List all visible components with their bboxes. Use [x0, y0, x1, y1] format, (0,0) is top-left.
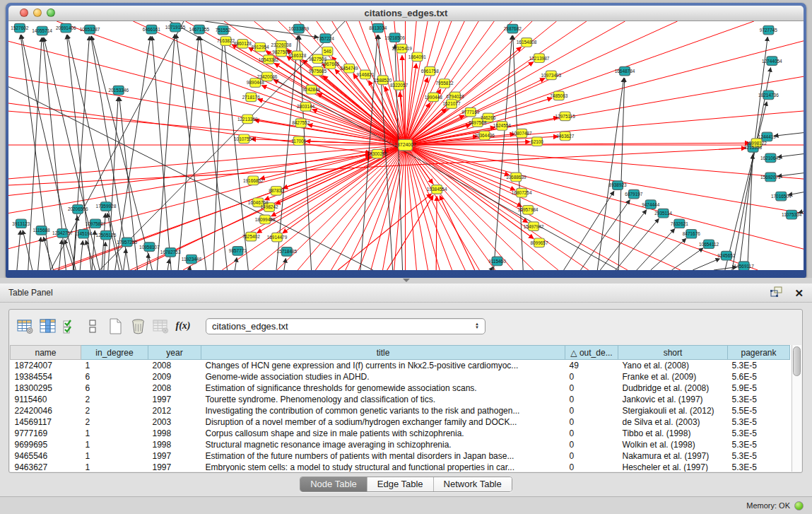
table-cell[interactable]: Wolkin et al. (1998) — [618, 439, 728, 450]
new-document-icon[interactable] — [107, 317, 124, 334]
citation-edge-black[interactable] — [59, 240, 61, 270]
divider-grip-icon[interactable] — [403, 279, 410, 282]
network-canvas[interactable]: 1527602140557142069140610653287646616110… — [8, 21, 804, 270]
table-cell[interactable]: 14569117 — [11, 416, 81, 428]
citation-edge-red[interactable] — [346, 145, 406, 270]
column-header-out_de[interactable]: △ out_de... — [565, 346, 618, 360]
table-cell[interactable]: 5.9E-5 — [728, 382, 790, 394]
table-options-icon[interactable] — [16, 317, 33, 334]
row-height-icon[interactable] — [84, 317, 101, 334]
table-cell[interactable]: 0 — [565, 428, 618, 439]
table-cell[interactable]: 5.3E-5 — [728, 394, 790, 405]
citation-edge-red[interactable] — [406, 145, 522, 206]
citation-edge-black[interactable] — [23, 230, 33, 270]
column-header-title[interactable]: title — [201, 346, 565, 360]
citation-edge-black[interactable] — [774, 133, 804, 136]
table-cell[interactable]: 0 — [565, 462, 618, 472]
maximize-window-button[interactable] — [47, 8, 55, 17]
citation-edge-black[interactable] — [777, 154, 804, 158]
table-cell[interactable]: 18724007 — [11, 360, 81, 371]
citation-edge-red[interactable] — [260, 145, 406, 179]
table-cell[interactable]: 1997 — [148, 462, 201, 472]
memory-status-indicator[interactable] — [794, 501, 804, 510]
table-cell[interactable]: 2012 — [148, 405, 201, 416]
citation-edge-black[interactable] — [176, 34, 206, 270]
table-cell[interactable]: Corpus callosum shape and size in male p… — [201, 428, 565, 439]
tab-edge-table[interactable]: Edge Table — [367, 477, 433, 491]
column-header-pagerank[interactable]: pagerank — [728, 346, 790, 360]
table-cell[interactable]: 9777169 — [11, 428, 81, 439]
table-cell[interactable]: 18300295 — [11, 382, 81, 394]
citation-edge-red[interactable] — [406, 21, 754, 145]
table-cell[interactable]: 1998 — [148, 428, 201, 439]
citation-edge-red[interactable] — [8, 145, 406, 179]
citation-edge-black[interactable] — [637, 228, 675, 270]
citation-edge-black[interactable] — [597, 78, 623, 270]
table-cell[interactable]: 5.3E-5 — [728, 416, 790, 428]
citation-edge-red[interactable] — [406, 41, 804, 145]
table-cell[interactable]: 1 — [81, 462, 148, 472]
close-panel-icon[interactable]: ✕ — [794, 288, 804, 298]
table-cell[interactable]: 0 — [565, 394, 618, 405]
table-cell[interactable]: 0 — [565, 416, 618, 428]
table-cell[interactable]: 19384554 — [11, 371, 81, 382]
citation-edge-black[interactable] — [38, 238, 41, 270]
table-cell[interactable]: 22420046 — [11, 405, 81, 416]
table-cell[interactable]: 2003 — [148, 416, 201, 428]
table-cell[interactable]: Changes of HCN gene expression and I(f) … — [201, 360, 565, 371]
table-cell[interactable]: 0 — [565, 371, 618, 382]
table-cell[interactable]: 9465546 — [11, 450, 81, 462]
citation-edge-red[interactable] — [440, 196, 474, 270]
table-cell[interactable]: 2009 — [148, 371, 201, 382]
table-cell[interactable]: Embryonic stem cells: a model to study s… — [201, 462, 565, 472]
table-cell[interactable]: 9115460 — [11, 394, 81, 405]
table-cell[interactable]: Structural magnetic resonance image aver… — [201, 439, 565, 450]
citation-edge-black[interactable] — [115, 36, 151, 270]
table-scrollbar[interactable] — [792, 345, 801, 472]
table-cell[interactable]: de Silva et al. (2003) — [618, 416, 728, 428]
tab-node-table[interactable]: Node Table — [300, 477, 367, 491]
table-cell[interactable]: Disruption of a novel member of a sodium… — [201, 416, 565, 428]
table-cell[interactable]: 5.3E-5 — [728, 462, 790, 472]
citation-edge-black[interactable] — [43, 237, 53, 270]
table-cell[interactable]: Stergiakouli et al. (2012) — [618, 405, 728, 416]
table-cell[interactable]: 1997 — [148, 450, 201, 462]
citation-edge-black[interactable] — [616, 218, 659, 270]
citation-edge-black[interactable] — [739, 37, 767, 270]
table-cell[interactable]: 5.3E-5 — [728, 360, 790, 371]
table-row[interactable]: 969969511998Structural magnetic resonanc… — [11, 439, 790, 450]
table-cell[interactable]: 0 — [565, 450, 618, 462]
table-cell[interactable]: Jankovic et al. (1997) — [618, 394, 728, 405]
table-cell[interactable]: 49 — [565, 360, 618, 371]
table-row[interactable]: 1456911722003Disruption of a novel membe… — [11, 416, 790, 428]
table-row[interactable]: 946554611997Estimation of the future num… — [11, 450, 790, 462]
citation-edge-black[interactable] — [235, 257, 237, 270]
table-cell[interactable]: 1998 — [148, 439, 201, 450]
citation-edge-black[interactable] — [200, 36, 228, 270]
citation-edge-black[interactable] — [491, 267, 493, 270]
table-cell[interactable]: 5.3E-5 — [728, 428, 790, 439]
citation-edge-black[interactable] — [581, 200, 630, 270]
close-window-button[interactable] — [20, 8, 28, 17]
table-cell[interactable]: Tourette syndrome. Phenomenology and cla… — [201, 394, 565, 405]
column-checklist-icon[interactable] — [61, 317, 78, 334]
delete-icon[interactable] — [129, 317, 146, 334]
table-cell[interactable]: Investigating the contribution of common… — [201, 405, 565, 416]
table-row[interactable]: 977716911998Corpus callosum shape and si… — [11, 428, 790, 439]
citation-edge-black[interactable] — [124, 249, 126, 270]
table-cell[interactable]: 5.5E-5 — [728, 405, 790, 416]
table-cell[interactable]: Franke et al. (2009) — [618, 371, 728, 382]
citation-edge-black[interactable] — [693, 259, 720, 270]
table-cell[interactable]: 9463627 — [11, 462, 81, 472]
column-header-short[interactable]: short — [618, 346, 728, 360]
select-column-icon[interactable] — [39, 317, 56, 334]
network-view-window[interactable]: citations_edges.txt 15276021405571420691… — [6, 3, 806, 278]
column-header-year[interactable]: year — [148, 346, 201, 360]
table-cell[interactable]: Estimation of the future numbers of pati… — [201, 450, 565, 462]
table-cell[interactable]: 0 — [565, 382, 618, 394]
table-cell[interactable]: Dudbridge et al. (2008) — [618, 382, 728, 394]
citation-edge-black[interactable] — [284, 258, 286, 270]
table-row[interactable]: 2242004622012Investigating the contribut… — [11, 405, 790, 416]
table-cell[interactable]: 1 — [81, 360, 148, 371]
table-cell[interactable]: 1 — [81, 450, 148, 462]
